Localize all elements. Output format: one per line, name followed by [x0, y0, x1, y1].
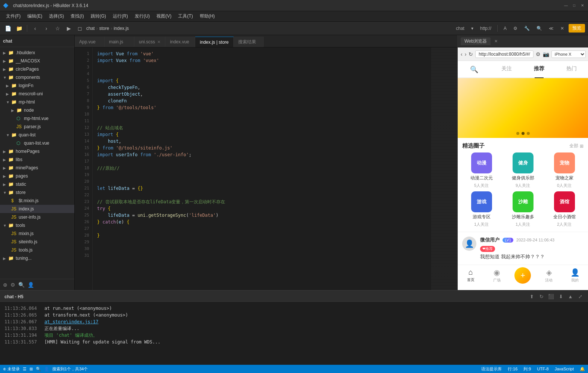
menu-view[interactable]: 视图(V): [153, 12, 174, 20]
log-link[interactable]: at_store\index.js:17: [44, 318, 99, 325]
sidebar-item-store[interactable]: ▼ 📁 store: [0, 188, 74, 197]
browser-settings-btn[interactable]: ⚙: [536, 50, 541, 58]
code-content[interactable]: import Vue from 'vue' import Vuex from '…: [93, 47, 431, 290]
tab-close-icon[interactable]: ✕: [157, 40, 161, 44]
device-select[interactable]: iPhone X iPhone 6/7/8 Pixel 2: [551, 50, 586, 58]
section-more-btn[interactable]: 全部 ⊞: [569, 143, 584, 149]
minimize-btn[interactable]: —: [563, 3, 569, 8]
sidebar-item-mphtml-vue[interactable]: ⬡ mp-html.vue: [0, 114, 74, 123]
console-stop-btn[interactable]: ⬛: [548, 293, 554, 300]
menu-find[interactable]: 查找(I): [68, 12, 87, 20]
console-upload-btn[interactable]: ⬆: [528, 293, 535, 300]
sidebar-item-tuning[interactable]: ▶ 📁 tuning...: [0, 254, 74, 262]
bottom-nav-home[interactable]: ⌂ 首页: [458, 268, 484, 283]
new-file-btn[interactable]: 📄: [3, 24, 13, 33]
sidebar-item-hbuilderx[interactable]: ▶ 📁 .hbuilderx: [0, 49, 74, 57]
sidebar-item-minepages[interactable]: ▶ 📁 minePages: [0, 164, 74, 172]
menu-publish[interactable]: 发行(U): [132, 12, 153, 20]
menu-edit[interactable]: 编辑(E): [24, 12, 45, 20]
search-toolbar[interactable]: 🔍: [534, 25, 544, 32]
sidebar-item-homepages[interactable]: ▶ 📁 homePages: [0, 147, 74, 155]
menu-file[interactable]: 文件(F): [3, 12, 24, 20]
sidebar-content[interactable]: ▶ 📁 .hbuilderx ▶ 📁 __MACOSX ▶ 📁 circlePa…: [0, 47, 74, 279]
sidebar-search-icon[interactable]: 🔍: [18, 282, 25, 288]
sidebar-item-siteinfo[interactable]: JS siteinfo.js: [0, 238, 74, 246]
bottom-nav-post[interactable]: +: [510, 267, 536, 284]
status-bell-icon[interactable]: 🔔: [580, 367, 585, 372]
post-button[interactable]: +: [514, 267, 531, 284]
circle-item-3[interactable]: 宠物 宠物之家 0人关注: [545, 152, 584, 188]
browser-refresh-btn[interactable]: ↻: [469, 50, 473, 58]
sidebar-item-quanlist[interactable]: ▼ 📁 quan-list: [0, 131, 74, 139]
console-collapse-btn[interactable]: ▲: [567, 293, 574, 300]
sidebar-item-tools[interactable]: ▼ 📁 tools: [0, 221, 74, 229]
sidebar-item-parser[interactable]: JS parser.js: [0, 123, 74, 131]
menu-goto[interactable]: 跳转(G): [88, 12, 109, 20]
tools-icon[interactable]: 🔧: [522, 25, 532, 32]
bottom-nav-plaza[interactable]: ◉ 广场: [484, 268, 510, 283]
circle-item-4[interactable]: 游戏 游戏专区 1人关注: [462, 191, 501, 227]
sidebar-add-icon[interactable]: ⊕: [3, 282, 7, 288]
app-tab-search[interactable]: 🔍: [458, 61, 490, 77]
sidebar-item-tools-js[interactable]: JS tools.js: [0, 246, 74, 254]
tab-app-vue[interactable]: App.vue: [75, 37, 105, 47]
tab-index-vue[interactable]: index.vue: [165, 37, 195, 47]
menu-tools[interactable]: 工具(T): [175, 12, 196, 20]
console-export-btn[interactable]: ⬇: [557, 293, 564, 300]
sidebar-item-macosx[interactable]: ▶ 📁 __MACOSX: [0, 57, 74, 65]
settings-icon[interactable]: ⚙: [511, 25, 520, 32]
app-tab-recommend[interactable]: 推荐: [523, 61, 556, 77]
bottom-nav-activity[interactable]: ◈ 活动: [536, 268, 562, 283]
stop-btn[interactable]: ◻: [75, 24, 85, 33]
console-content[interactable]: 11:13:26.064 at run.next (<anonymous>) 1…: [0, 303, 588, 365]
close-btn[interactable]: ✕: [580, 3, 585, 8]
app-tab-hot[interactable]: 热门: [556, 61, 588, 77]
sidebar-item-userinfo[interactable]: JS user-info.js: [0, 213, 74, 221]
sidebar-item-circlepages[interactable]: ▶ 📁 circlePages: [0, 65, 74, 73]
bottom-nav-mine[interactable]: 👤 我的: [562, 268, 588, 283]
sidebar-item-tmixin[interactable]: $ $t.mixin.js: [0, 197, 74, 205]
menu-select[interactable]: 选择(S): [46, 12, 67, 20]
forward-btn[interactable]: ›: [41, 24, 51, 33]
bookmark-btn[interactable]: ☆: [53, 24, 62, 33]
circle-item-1[interactable]: 动漫 动漫二次元 5人关注: [462, 152, 501, 188]
sidebar-item-index-js[interactable]: JS index.js: [0, 205, 74, 213]
maximize-btn[interactable]: □: [572, 3, 577, 8]
circle-item-2[interactable]: 健身 健身俱乐部 9人关注: [504, 152, 542, 188]
back-btn[interactable]: ‹: [30, 24, 40, 33]
browser-screenshot-btn[interactable]: 📷: [543, 50, 549, 58]
sidebar-item-pages[interactable]: ▶ 📁 pages: [0, 172, 74, 180]
font-icon[interactable]: A: [501, 25, 509, 32]
sidebar-item-libs[interactable]: ▶ 📁 libs: [0, 155, 74, 164]
close-toolbar[interactable]: ✕: [558, 25, 566, 32]
tab-uniscss[interactable]: uni.scss ✕: [134, 37, 165, 47]
browser-tab-close[interactable]: ✕: [494, 39, 498, 44]
sidebar-item-loginfn[interactable]: ▶ 📁 loginFn: [0, 81, 74, 90]
browser-forward-btn[interactable]: ›: [465, 50, 467, 58]
app-tab-follow[interactable]: 关注: [490, 61, 523, 77]
run-btn[interactable]: ▶: [64, 24, 74, 33]
browser-tab-label[interactable]: Web浏览器: [461, 37, 491, 45]
menu-help[interactable]: 帮助(H): [197, 12, 218, 20]
tab-index-js-store[interactable]: index.js | store: [195, 37, 233, 47]
circle-item-6[interactable]: 酒馆 全日小酒馆 2人关注: [545, 191, 584, 227]
toggle-panels[interactable]: ≪: [547, 25, 556, 32]
sidebar-settings-icon[interactable]: ⚙: [10, 282, 15, 288]
menu-run[interactable]: 运行(R): [110, 12, 131, 20]
tab-search-results[interactable]: 搜索结果: [234, 37, 264, 47]
url-bar[interactable]: http://localhost:8080/h5/#/: [475, 50, 533, 58]
sidebar-item-node[interactable]: ▶ 📁 node: [0, 106, 74, 114]
sidebar-item-quanlist-vue[interactable]: ⬡ quan-list.vue: [0, 139, 74, 147]
circle-item-5[interactable]: 沙雕 沙雕乐趣多 1人关注: [504, 191, 542, 227]
sidebar-item-components[interactable]: ▼ 📁 components: [0, 73, 74, 81]
browser-back-btn[interactable]: ‹: [461, 50, 463, 58]
sidebar-item-static[interactable]: ▶ 📁 static: [0, 180, 74, 188]
preview-button[interactable]: 预览: [569, 24, 585, 33]
open-file-btn[interactable]: 📁: [14, 24, 24, 33]
sidebar-item-mixin[interactable]: JS mixin.js: [0, 229, 74, 238]
sidebar-item-mphtml[interactable]: ▼ 📁 mp-html: [0, 98, 74, 106]
sidebar-item-mescroll[interactable]: ▶ 📁 mescroll-uni: [0, 90, 74, 98]
tab-main-js[interactable]: main.js: [105, 37, 134, 47]
console-expand-btn[interactable]: ⤢: [577, 293, 584, 300]
console-refresh-btn[interactable]: ↻: [538, 293, 545, 300]
